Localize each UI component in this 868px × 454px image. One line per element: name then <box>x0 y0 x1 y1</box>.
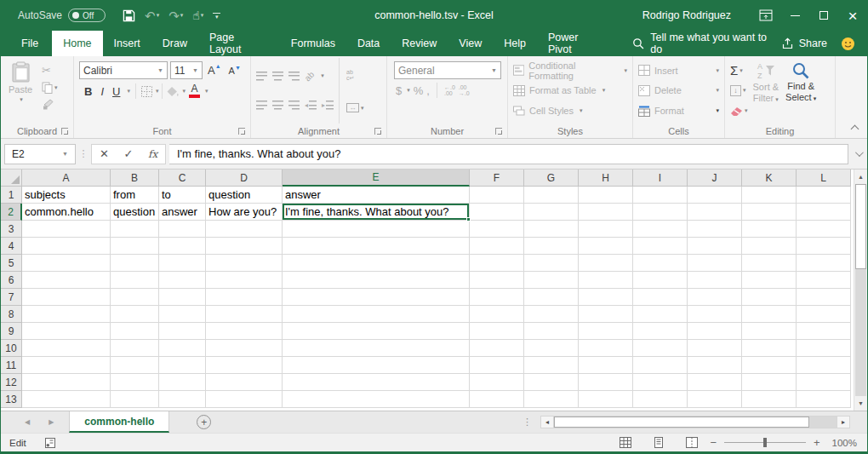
cell-H5[interactable] <box>579 255 633 272</box>
cell-H1[interactable] <box>579 187 633 204</box>
align-bottom-icon[interactable] <box>288 72 300 81</box>
cell-H10[interactable] <box>579 340 633 357</box>
cell-E8[interactable] <box>283 306 470 323</box>
cell-J10[interactable] <box>688 340 742 357</box>
vertical-scroll-thumb[interactable] <box>855 184 866 269</box>
cell-C4[interactable] <box>159 238 206 255</box>
cell-L1[interactable] <box>797 187 851 204</box>
scroll-down-arrow[interactable]: ▼ <box>854 396 867 411</box>
cell-L11[interactable] <box>797 357 851 374</box>
cell-F4[interactable] <box>470 238 524 255</box>
vertical-scrollbar[interactable]: ▲ ▼ <box>854 170 867 411</box>
cell-B5[interactable] <box>111 255 159 272</box>
cell-E1[interactable]: answer <box>283 187 470 204</box>
cell-F13[interactable] <box>470 391 524 408</box>
cell-F11[interactable] <box>470 357 524 374</box>
cell-H3[interactable] <box>579 221 633 238</box>
number-dialog-launcher[interactable] <box>495 128 502 135</box>
font-size-select[interactable]: 11▼ <box>170 61 203 79</box>
cell-F2[interactable] <box>470 204 524 221</box>
cell-E9[interactable] <box>283 323 470 340</box>
cell-H4[interactable] <box>579 238 633 255</box>
cell-G2[interactable] <box>524 204 579 221</box>
decrease-decimal-icon[interactable]: .00→.0 <box>459 84 470 96</box>
zoom-out-button[interactable]: − <box>710 437 717 448</box>
bold-button[interactable]: B <box>81 85 95 98</box>
cell-E5[interactable] <box>283 255 470 272</box>
cell-C10[interactable] <box>159 340 206 357</box>
cell-J11[interactable] <box>688 357 742 374</box>
accounting-format-button[interactable]: $ <box>396 84 402 97</box>
cell-B3[interactable] <box>111 221 159 238</box>
tab-insert[interactable]: Insert <box>103 31 151 56</box>
macro-record-button[interactable] <box>45 438 55 448</box>
copy-button[interactable]: ▾ <box>42 81 58 94</box>
formula-bar-splitter[interactable]: ⋮ <box>76 148 91 159</box>
cell-H8[interactable] <box>579 306 633 323</box>
delete-cells-button[interactable]: Delete▾ <box>638 83 719 98</box>
minimize-button[interactable] <box>780 0 809 31</box>
cell-D7[interactable] <box>206 289 283 306</box>
scroll-up-arrow[interactable]: ▲ <box>854 170 867 184</box>
cell-K12[interactable] <box>742 374 797 391</box>
cell-A4[interactable] <box>22 238 111 255</box>
page-break-preview-button[interactable] <box>686 437 698 448</box>
cell-L13[interactable] <box>797 391 851 408</box>
cell-H11[interactable] <box>579 357 633 374</box>
cell-J5[interactable] <box>688 255 742 272</box>
comma-style-button[interactable]: , <box>426 84 430 97</box>
cell-D3[interactable] <box>206 221 283 238</box>
cell-E4[interactable] <box>283 238 470 255</box>
column-header-I[interactable]: I <box>633 170 688 187</box>
column-header-F[interactable]: F <box>470 170 524 187</box>
tab-power-pivot[interactable]: Power Pivot <box>537 31 615 56</box>
column-header-L[interactable]: L <box>797 170 851 187</box>
cell-L6[interactable] <box>797 272 851 289</box>
cell-I6[interactable] <box>633 272 688 289</box>
cell-B11[interactable] <box>111 357 159 374</box>
cell-C3[interactable] <box>159 221 206 238</box>
conditional-formatting-button[interactable]: Conditional Formatting▾ <box>513 63 627 78</box>
format-as-table-button[interactable]: Format as Table▾ <box>513 83 627 98</box>
tab-review[interactable]: Review <box>391 31 448 56</box>
cell-F9[interactable] <box>470 323 524 340</box>
share-button[interactable]: Share <box>781 31 827 56</box>
cell-styles-button[interactable]: Cell Styles▾ <box>513 103 627 118</box>
touch-mouse-mode-button[interactable]: ☝▾ <box>189 4 207 26</box>
cell-J2[interactable] <box>688 204 742 221</box>
cell-L8[interactable] <box>797 306 851 323</box>
cell-K1[interactable] <box>742 187 797 204</box>
cell-K3[interactable] <box>742 221 797 238</box>
zoom-in-button[interactable]: + <box>814 437 820 448</box>
tab-view[interactable]: View <box>448 31 493 56</box>
cell-E2[interactable]: I'm fine, thanks. What about you? <box>283 204 470 221</box>
tab-page-layout[interactable]: Page Layout <box>198 31 280 56</box>
row-header-8[interactable]: 8 <box>1 306 22 323</box>
cell-B2[interactable]: question <box>111 204 159 221</box>
cell-C8[interactable] <box>159 306 206 323</box>
column-header-E[interactable]: E <box>283 170 470 187</box>
cell-I5[interactable] <box>633 255 688 272</box>
cell-I13[interactable] <box>633 391 688 408</box>
orientation-icon[interactable]: ab <box>303 69 317 83</box>
zoom-slider[interactable] <box>724 442 806 443</box>
cell-C7[interactable] <box>159 289 206 306</box>
cell-G6[interactable] <box>524 272 579 289</box>
cell-K6[interactable] <box>742 272 797 289</box>
increase-indent-icon[interactable]: ▸ <box>322 101 334 110</box>
feedback-smiley-button[interactable] <box>841 31 855 56</box>
cell-D5[interactable] <box>206 255 283 272</box>
cell-I9[interactable] <box>633 323 688 340</box>
increase-decimal-icon[interactable]: ←.0.00 <box>444 84 455 96</box>
borders-icon[interactable] <box>141 86 152 97</box>
cell-B4[interactable] <box>111 238 159 255</box>
cell-D6[interactable] <box>206 272 283 289</box>
cell-B10[interactable] <box>111 340 159 357</box>
column-header-J[interactable]: J <box>688 170 742 187</box>
cell-K4[interactable] <box>742 238 797 255</box>
cell-G12[interactable] <box>524 374 579 391</box>
cell-G13[interactable] <box>524 391 579 408</box>
cell-I8[interactable] <box>633 306 688 323</box>
cell-E13[interactable] <box>283 391 470 408</box>
cell-H9[interactable] <box>579 323 633 340</box>
